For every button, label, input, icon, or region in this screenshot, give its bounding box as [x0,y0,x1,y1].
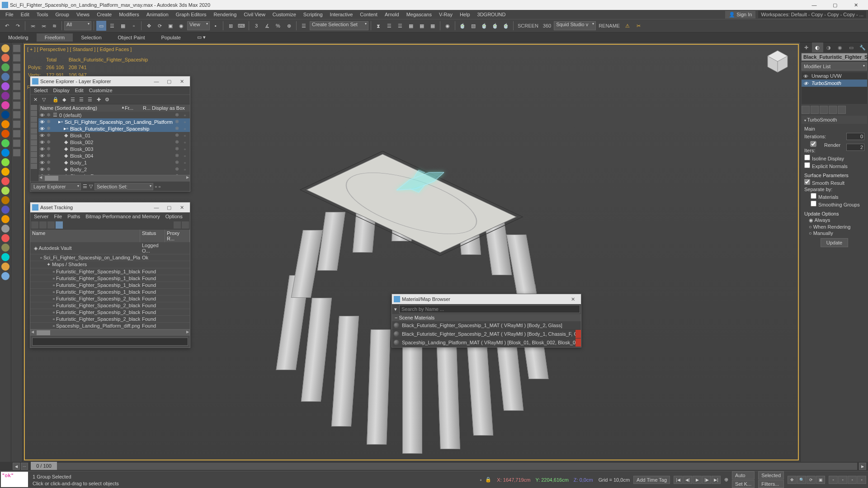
panel-close[interactable]: ✕ [566,296,579,302]
pivot-button[interactable]: ▪ [211,21,221,31]
scene-explorer-tree[interactable]: 👁❄☰0 (default)❄▫👁❄▸▫Sci_Fi_Fighter_Space… [38,112,190,175]
timeline-slider[interactable]: 0 / 100 [31,462,57,470]
align-button[interactable]: ☰ [384,21,394,31]
refcoord-dropdown[interactable]: View [187,21,210,30]
modifier-list-dropdown[interactable]: Modifier List [802,62,867,70]
next-frame-button[interactable]: |▶ [702,476,711,484]
scene-explorer-panel[interactable]: Scene Explorer - Layer Explorer — ▢ ✕ Se… [30,76,190,192]
menu-animation[interactable]: Animation [143,11,172,18]
key-mode-icon[interactable]: ⊕ [724,477,728,483]
left-snap-1[interactable] [13,54,20,61]
se-menu-edit[interactable]: Edit [72,87,86,94]
se-mode-dropdown[interactable]: Layer Explorer [31,183,81,190]
scene-item-black-futuristic-fighter-spaceship[interactable]: 👁❄▸▫Black_Futuristic_Fighter_Spaceship❄▫ [38,125,190,132]
at-btn2[interactable] [39,221,47,229]
keyfilters-button[interactable]: Filters... [758,480,784,488]
asset-row[interactable]: ▫ Spaceship_Landing_Platform_diff.pngFou… [30,323,190,329]
scene-item-sci-fi-fighter-spaceship-on-landing-platform[interactable]: 👁❄▸▫Sci_Fi_Fighter_Spaceship_on_Landing_… [38,118,190,125]
menu-modifiers[interactable]: Modifiers [115,11,143,18]
play-button[interactable]: ▶ [693,476,702,484]
menu-arnold[interactable]: Arnold [381,11,403,18]
menu-civil-view[interactable]: Civil View [240,11,269,18]
se-column-headers[interactable]: Name (Sorted Ascending) ▲ Fr... R... Dis… [38,104,190,112]
menu-help[interactable]: Help [456,11,474,18]
rotate-button[interactable]: ⟳ [155,21,165,31]
se-filter-5[interactable] [31,134,37,140]
menu-customize[interactable]: Customize [269,11,300,18]
maxscript-listener[interactable]: "ok" [1,472,28,487]
ribbon-modeling[interactable]: Modeling [0,33,37,42]
material-item-1[interactable]: Black_Futuristic_Fighter_Spaceship_2_MAT… [392,330,581,338]
render-iters-check[interactable] [804,141,822,147]
sep-materials-check[interactable] [811,193,816,199]
sep-sg-check[interactable] [811,201,816,206]
tab-create[interactable]: ✚ [801,42,812,52]
select-button[interactable]: ▭ [96,21,106,31]
tab-utilities[interactable]: 🔧 [857,42,868,52]
modifier-stack[interactable]: 👁Unwrap UVW👁TurboSmooth [802,72,867,104]
se-tool3-icon[interactable]: ⚙ [103,95,111,103]
menu-tools[interactable]: Tools [33,11,52,18]
scene-item-blosk-01[interactable]: 👁❄◆Blosk_01❄▫ [38,132,190,139]
iterations-input[interactable] [846,133,864,140]
tab-hierarchy[interactable]: ◑ [823,42,835,52]
nss-button[interactable]: ☰ [299,21,309,31]
at-menu-file[interactable]: File [51,213,65,220]
se-tool2-icon[interactable]: ☰ [86,95,94,103]
isoline-check[interactable] [804,155,810,160]
time-tag-button[interactable]: Add Time Tag [633,476,670,484]
at-btn3[interactable] [47,221,55,229]
se-filter-0[interactable] [31,105,37,110]
object-name-field[interactable]: Black_Futuristic_Fighter_Spaceship [802,53,867,61]
left-tool-3[interactable] [1,73,9,81]
unique-button[interactable] [820,106,828,114]
spinner-snap-button[interactable]: ⊕ [284,21,294,31]
at-menu-server[interactable]: Server [31,213,51,220]
left-tool-9[interactable] [1,130,9,138]
prev-frame-button[interactable]: ◀| [683,476,692,484]
asset-row[interactable]: ▫ Futuristic_Fighter_Spaceship_2_black_R… [30,316,190,323]
explicit-check[interactable] [804,162,810,168]
se-filter-8[interactable] [31,152,37,157]
asset-row[interactable]: ▫ Futuristic_Fighter_Spaceship_1_black_N… [30,282,190,289]
menu-megascans[interactable]: Megascans [403,11,435,18]
se-foot-btn1[interactable]: ☰ [83,183,87,189]
layer-button[interactable]: ☰ [395,21,405,31]
minimize-button[interactable]: — [804,0,825,10]
goto-end-button[interactable]: ▶| [712,476,721,484]
asset-row[interactable]: ◈ Autodesk VaultLogged O... [30,242,190,254]
keyboard-button[interactable]: ⌨ [236,21,246,31]
asset-row[interactable]: ▫ Futuristic_Fighter_Spaceship_2_black_N… [30,309,190,316]
se-filter-1[interactable] [31,111,37,116]
left-tool-2[interactable] [1,63,9,71]
left-snap-0[interactable] [13,45,20,52]
left-tool-4[interactable] [1,82,9,90]
se-scroll-horizontal[interactable] [38,175,190,181]
isolate-icon[interactable]: ▫ [480,477,481,483]
ribbon-collapse[interactable]: ▭ ▾ [189,33,214,42]
panel-minimize[interactable]: — [150,79,163,84]
tab-display[interactable]: ▭ [845,42,857,52]
material-search-input[interactable]: Search by Name ... [399,305,580,313]
left-tool-0[interactable] [1,44,9,52]
se-search-close[interactable]: ✕ [31,95,39,103]
left-snap-5[interactable] [13,92,20,99]
material-editor-button[interactable]: ◉ [443,21,453,31]
angle-snap-button[interactable]: ∡ [262,21,272,31]
left-tool-12[interactable] [1,158,9,166]
left-tool-18[interactable] [1,215,9,223]
scene-item-body-1[interactable]: 👁❄◆Body_1❄▫ [38,159,190,166]
left-tool-10[interactable] [1,139,9,147]
scene-explorer-titlebar[interactable]: Scene Explorer - Layer Explorer — ▢ ✕ [30,76,190,86]
left-tool-21[interactable] [1,244,9,252]
left-snap-9[interactable] [13,130,20,137]
fov-button[interactable]: ▫ [838,476,847,484]
asset-tracking-panel[interactable]: Asset Tracking — ▢ ✕ ServerFilePathsBitm… [30,202,190,348]
scene-item-blosk-002[interactable]: 👁❄◆Blosk_002❄▫ [38,139,190,145]
asset-row[interactable]: ▫ Futuristic_Fighter_Spaceship_2_black_M… [30,302,190,309]
left-snap-3[interactable] [13,73,20,80]
lock-icon[interactable]: 🔒 [485,477,491,483]
se-add-icon[interactable]: ✚ [94,95,103,103]
ribbon-freeform[interactable]: Freeform [37,33,73,42]
left-tool-14[interactable] [1,177,9,185]
